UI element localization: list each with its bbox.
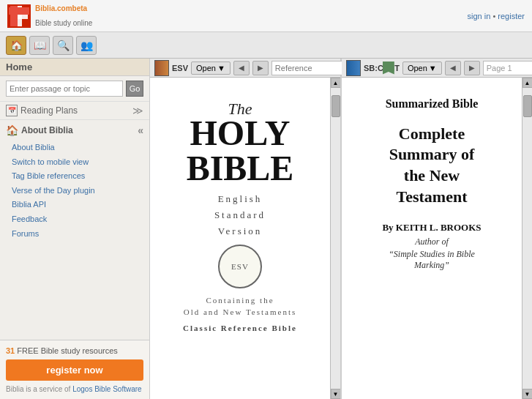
home-tool-btn[interactable]: 🏠 — [6, 36, 26, 55]
about-collapse-icon[interactable]: « — [138, 124, 143, 136]
sum-quote2: Marking” — [382, 260, 481, 271]
sidebar: Home Go 📅 Reading Plans ≫ 🏠 About Biblia… — [0, 59, 150, 399]
register-now-button[interactable]: register now — [6, 359, 143, 381]
esv-next-button[interactable]: ▶ — [252, 61, 269, 75]
esv-pane: ESV Open ▼ ◀ ▶ i The HOLY BIBLE Englis — [150, 59, 340, 399]
summary-scroll-track[interactable] — [522, 88, 533, 389]
esv-line1: English — [183, 193, 297, 205]
bible-bible: BIBLE — [183, 151, 297, 186]
sidebar-link-feedback[interactable]: Feedback — [6, 212, 143, 227]
esv-pane-title: ESV — [172, 64, 188, 72]
sum-quote1: “Simple Studies in Bible — [382, 249, 481, 260]
bible-classic: Classic Reference Bible — [183, 324, 297, 332]
sidebar-link-api[interactable]: Biblia API — [6, 198, 143, 212]
summary-book-title: Summarized Bible — [382, 97, 481, 112]
content-area: ESV Open ▼ ◀ ▶ i The HOLY BIBLE Englis — [150, 59, 532, 399]
summary-open-label: Open — [408, 64, 427, 72]
bible-containing: Containing the — [183, 296, 297, 305]
register-link[interactable]: register — [498, 12, 525, 20]
sum-author-of: Author of — [382, 236, 481, 247]
sidebar-home-label: Home — [0, 59, 149, 76]
about-icon: 🏠 — [6, 124, 18, 136]
esv-open-button[interactable]: Open ▼ — [191, 61, 231, 75]
summary-subtitle: Complete Summary of the New Testament — [382, 124, 481, 207]
summary-scroll-thumb — [523, 95, 532, 117]
logo-subtitle: Bible study online — [35, 19, 92, 27]
logo-area: Biblia.combeta Bible study online — [7, 4, 92, 28]
sidebar-link-votd[interactable]: Verse of the Day plugin — [6, 184, 143, 198]
summary-book-content: Summarized Bible Complete Summary of the… — [375, 85, 488, 283]
esv-line2: Standard — [183, 209, 297, 221]
esv-prev-button[interactable]: ◀ — [233, 61, 250, 75]
esv-scroll-track[interactable] — [331, 88, 341, 389]
reading-plans-label: Reading Plans — [20, 105, 78, 116]
about-section-header: 🏠 About Biblia « — [6, 124, 143, 138]
header: Biblia.combeta Bible study online sign i… — [0, 0, 532, 32]
bible-seal: ESV — [218, 245, 262, 288]
summary-pane-row: Summarized Bible Complete Summary of the… — [342, 78, 532, 399]
esv-scrollbar: ▲ ▼ — [330, 78, 340, 399]
free-resources-count: 31 — [6, 346, 15, 355]
calendar-icon: 📅 — [6, 105, 18, 116]
seal-text: ESV — [231, 262, 249, 271]
sign-in-link[interactable]: sign in — [468, 12, 491, 20]
search-area: Go — [0, 76, 149, 102]
sum-by-line: By KEITH L. BROOKS — [382, 222, 481, 234]
logo-biblia: Biblia.com — [35, 4, 72, 12]
summary-prev-button[interactable]: ◀ — [445, 61, 461, 75]
summary-pane: SB:CSNT Open ▼ ◀ ▶ i Summarized Bible Co… — [342, 59, 532, 399]
esv-pane-header: ESV Open ▼ ◀ ▶ i — [150, 59, 340, 78]
esv-scroll-thumb — [331, 95, 340, 117]
about-section-title: About Biblia — [21, 125, 73, 135]
free-resources-text: 31 FREE Bible study resources — [6, 346, 143, 355]
header-separator: • — [492, 12, 495, 20]
summary-page-input[interactable] — [483, 61, 532, 75]
logo-icon — [7, 4, 31, 28]
sidebar-link-forums[interactable]: Forums — [6, 227, 143, 242]
bible-cover: The HOLY BIBLE English Standard Version … — [176, 85, 304, 347]
esv-pane-content: The HOLY BIBLE English Standard Version … — [150, 78, 330, 399]
about-section: 🏠 About Biblia « About Biblia Switch to … — [0, 120, 149, 245]
header-right: sign in • register — [468, 12, 525, 20]
logo-text: Biblia.combeta Bible study online — [35, 4, 92, 27]
esv-scroll-down[interactable]: ▼ — [331, 389, 341, 399]
reading-plans-collapse[interactable]: ≫ — [132, 105, 143, 116]
sum-line3: the New — [382, 165, 481, 187]
books-tool-btn[interactable]: 📖 — [29, 36, 50, 55]
people-tool-btn[interactable]: 👥 — [76, 36, 97, 55]
free-resources-label: FREE Bible study resources — [17, 346, 118, 355]
search-tool-btn[interactable]: 🔍 — [53, 36, 73, 55]
summary-open-arrow: ▼ — [429, 64, 437, 72]
svg-rect-2 — [16, 6, 22, 26]
esv-pane-row: The HOLY BIBLE English Standard Version … — [150, 78, 340, 399]
esv-open-arrow: ▼ — [217, 64, 225, 72]
bible-holy: HOLY — [183, 116, 297, 151]
logo-name: Biblia.combeta — [35, 4, 92, 19]
summary-pane-content: Summarized Bible Complete Summary of the… — [342, 78, 522, 399]
logos-link[interactable]: Logos Bible Software — [72, 385, 142, 393]
search-input[interactable] — [6, 81, 123, 97]
summary-scroll-up[interactable]: ▲ — [522, 78, 533, 88]
reading-plans-row: 📅 Reading Plans ≫ — [0, 102, 149, 120]
sidebar-link-mobile[interactable]: Switch to mobile view — [6, 155, 143, 170]
esv-open-label: Open — [196, 64, 216, 72]
summary-open-button[interactable]: Open ▼ — [402, 61, 442, 75]
summary-scrollbar: ▲ ▼ — [522, 78, 532, 399]
main: Home Go 📅 Reading Plans ≫ 🏠 About Biblia… — [0, 59, 532, 399]
search-go-button[interactable]: Go — [126, 81, 143, 97]
sidebar-bottom: 31 FREE Bible study resources register n… — [0, 340, 149, 399]
summary-pane-header: SB:CSNT Open ▼ ◀ ▶ i — [342, 59, 532, 78]
sum-line1: Complete — [382, 124, 481, 145]
sidebar-link-tag[interactable]: Tag Bible references — [6, 169, 143, 184]
esv-line3: Version — [183, 225, 297, 237]
bible-old-new: Old and New Testaments — [183, 307, 297, 316]
summary-next-button[interactable]: ▶ — [464, 61, 480, 75]
esv-scroll-up[interactable]: ▲ — [331, 78, 341, 88]
summary-scroll-down[interactable]: ▼ — [522, 389, 533, 399]
sum-line2: Summary of — [382, 144, 481, 165]
biblia-service-text: Biblia is a service of Logos Bible Softw… — [6, 385, 143, 393]
summary-book-icon — [346, 60, 361, 76]
sidebar-link-about[interactable]: About Biblia — [6, 141, 143, 155]
esv-book-icon — [154, 60, 169, 76]
logo-beta: beta — [72, 4, 88, 12]
